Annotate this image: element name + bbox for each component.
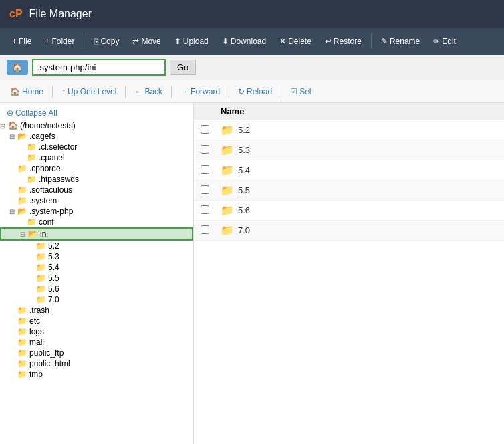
tree-label: 5.2: [48, 241, 59, 251]
row-checkbox[interactable]: [201, 225, 221, 236]
home-button[interactable]: 🏠: [7, 60, 28, 75]
folder-closed-icon: 📁: [36, 241, 46, 251]
table-row[interactable]: 📁 5.3: [194, 140, 504, 160]
row-checkbox[interactable]: [201, 125, 221, 136]
tree-label: mail: [29, 338, 44, 347]
delete-button[interactable]: ✕ Delete: [274, 34, 317, 49]
tree-item-5_3[interactable]: 📁5.3: [0, 251, 193, 262]
tree-item-mail[interactable]: 📁mail: [0, 337, 193, 348]
tree-item-5_4[interactable]: 📁5.4: [0, 262, 193, 273]
folder-open-icon: 📂: [28, 229, 38, 239]
row-checkbox[interactable]: [201, 165, 221, 176]
tree-item-cagefs[interactable]: ⊟📂.cagefs: [0, 131, 193, 142]
tree-item-7_0[interactable]: 📁7.0: [0, 294, 193, 305]
toolbar: + File + Folder ⎘ Copy ⇄ Move ⬆ Upload ⬇…: [0, 28, 504, 55]
folder-closed-icon: 📁: [17, 359, 27, 368]
header-check: [201, 106, 221, 116]
edit-button[interactable]: ✏ Edit: [428, 34, 461, 49]
checkbox-input[interactable]: [201, 185, 209, 194]
tree-label: .cpanel: [39, 153, 65, 162]
cp-logo-icon: cP: [9, 8, 23, 20]
folder-icon: 📁: [221, 124, 234, 136]
rename-icon: ✎: [381, 37, 388, 46]
move-icon: ⇄: [132, 37, 139, 46]
tree-item-tmp[interactable]: 📁tmp: [0, 369, 193, 380]
checkbox-input[interactable]: [201, 205, 209, 214]
new-folder-button[interactable]: + Folder: [39, 34, 80, 49]
upload-button[interactable]: ⬆ Upload: [169, 34, 214, 49]
table-row[interactable]: 📁 5.6: [194, 201, 504, 221]
tree-item-etc[interactable]: 📁etc: [0, 316, 193, 326]
row-checkbox[interactable]: [201, 145, 221, 156]
folder-icon: 📁: [221, 184, 234, 197]
file-name: 📁 7.0: [221, 224, 497, 237]
folder-icon: 📁: [221, 204, 234, 217]
folder-icon: 📁: [221, 164, 234, 177]
file-name: 📁 5.3: [221, 144, 497, 156]
table-row[interactable]: 📁 7.0: [194, 221, 504, 241]
back-icon: ←: [134, 87, 142, 96]
checkbox-input[interactable]: [201, 165, 209, 174]
up-one-level-button[interactable]: ↑ Up One Level: [58, 86, 120, 98]
table-row[interactable]: 📁 5.5: [194, 181, 504, 201]
tree-item-ini[interactable]: ⊟📂ini: [0, 227, 193, 241]
file-name-label: 5.5: [238, 185, 250, 195]
folder-closed-icon: 📁: [36, 295, 46, 304]
folder-closed-icon: 📁: [27, 142, 37, 152]
tree-item-5_6[interactable]: 📁5.6: [0, 284, 193, 294]
nav-separator-5: [281, 86, 281, 98]
reload-button[interactable]: ↻ Reload: [235, 86, 275, 98]
tree-item-system[interactable]: 📁.system: [0, 195, 193, 206]
file-name: 📁 5.4: [221, 164, 497, 177]
row-checkbox[interactable]: [201, 185, 221, 196]
nav-home-button[interactable]: 🏠 Home: [7, 86, 47, 98]
tree-label: 5.4: [48, 263, 59, 272]
rename-button[interactable]: ✎ Rename: [376, 34, 425, 49]
tree-item-cphorde[interactable]: 📁.cphorde: [0, 163, 193, 174]
go-button[interactable]: Go: [170, 60, 196, 75]
move-button[interactable]: ⇄ Move: [127, 34, 166, 49]
collapse-all-button[interactable]: ⊖ Collapse All: [0, 106, 193, 120]
file-tree: ⊟🏠(/home/nctests)⊟📂.cagefs📁.cl.selector📁…: [0, 120, 193, 380]
tree-item-softaculous[interactable]: 📁.softaculous: [0, 185, 193, 195]
tree-item-htpasswds[interactable]: 📁.htpasswds: [0, 174, 193, 185]
copy-button[interactable]: ⎘ Copy: [88, 34, 124, 49]
copy-icon: ⎘: [94, 37, 98, 46]
checkbox-input[interactable]: [201, 145, 209, 154]
checkbox-input[interactable]: [201, 125, 209, 134]
tree-item-cl_selector[interactable]: 📁.cl.selector: [0, 142, 193, 152]
tree-label: .system-php: [29, 207, 73, 216]
path-input[interactable]: [32, 59, 166, 76]
tree-item-conf[interactable]: 📁conf: [0, 217, 193, 227]
file-name: 📁 5.5: [221, 184, 497, 197]
tree-item-public_ftp[interactable]: 📁public_ftp: [0, 348, 193, 358]
tree-item-cpanel[interactable]: 📁.cpanel: [0, 152, 193, 163]
tree-item-trash[interactable]: 📁.trash: [0, 305, 193, 316]
new-file-button[interactable]: + File: [7, 34, 37, 49]
toggle-icon: ⊟: [20, 231, 28, 238]
table-row[interactable]: 📁 5.4: [194, 160, 504, 181]
forward-button[interactable]: → Forward: [177, 86, 223, 98]
file-name: 📁 5.6: [221, 204, 497, 217]
download-button[interactable]: ⬇ Download: [217, 34, 271, 49]
tree-item-logs[interactable]: 📁logs: [0, 326, 193, 337]
tree-label: ini: [40, 229, 48, 239]
tree-item-root[interactable]: ⊟🏠(/home/nctests): [0, 120, 193, 131]
tree-item-5_5[interactable]: 📁5.5: [0, 273, 193, 284]
checkbox-input[interactable]: [201, 225, 209, 234]
folder-icon: 📁: [221, 224, 234, 237]
tree-item-public_html[interactable]: 📁public_html: [0, 358, 193, 369]
tree-item-system_php[interactable]: ⊟📂.system-php: [0, 206, 193, 217]
tree-label: .htpasswds: [39, 175, 79, 184]
select-button[interactable]: ☑ Sel: [287, 86, 314, 98]
tree-item-5_2[interactable]: 📁5.2: [0, 241, 193, 251]
toggle-icon: ⊟: [9, 133, 17, 140]
row-checkbox[interactable]: [201, 205, 221, 216]
back-button[interactable]: ← Back: [131, 86, 166, 98]
tree-label: 5.6: [48, 284, 59, 294]
restore-button[interactable]: ↩ Restore: [320, 34, 367, 49]
tree-label: tmp: [29, 370, 43, 379]
tree-label: public_html: [29, 359, 70, 368]
table-row[interactable]: 📁 5.2: [194, 120, 504, 140]
file-list-header: Name: [194, 103, 504, 120]
